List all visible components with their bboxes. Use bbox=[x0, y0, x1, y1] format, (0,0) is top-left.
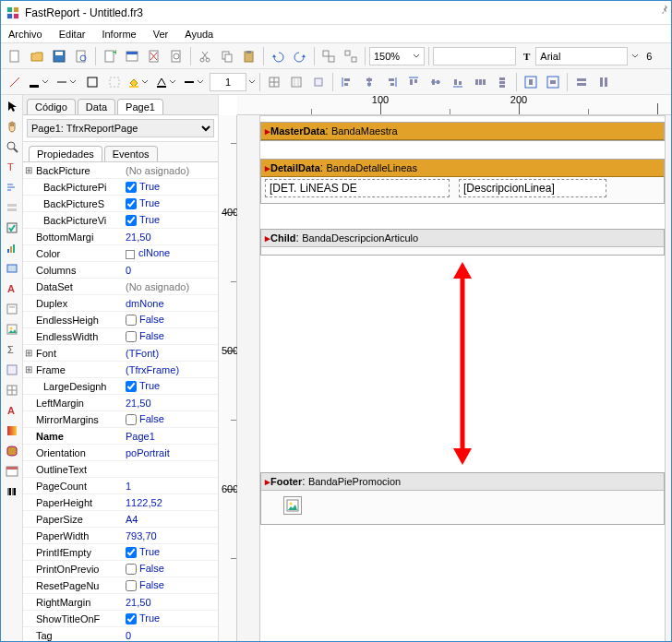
object-select[interactable]: Page1: TfrxReportPage bbox=[27, 119, 214, 137]
style-combo[interactable] bbox=[433, 47, 516, 65]
line-style-button[interactable] bbox=[54, 72, 80, 92]
zoom-tool[interactable] bbox=[3, 137, 21, 156]
prop-row[interactable]: PrintOnPrevioFalse bbox=[23, 561, 218, 577]
prop-row[interactable]: ShowTitleOnFTrue bbox=[23, 611, 218, 627]
prop-row[interactable]: LeftMargin21,50 bbox=[23, 395, 218, 411]
open-button[interactable] bbox=[27, 46, 47, 66]
hand-tool[interactable] bbox=[3, 117, 21, 136]
db-tool[interactable] bbox=[3, 442, 21, 460]
grid-btn1[interactable] bbox=[264, 72, 284, 92]
prop-row[interactable]: ColorclNone bbox=[23, 245, 218, 262]
report-page[interactable]: ▸MasterData: BandaMaestra ▸DetailData: B… bbox=[259, 115, 666, 641]
copy-button[interactable] bbox=[217, 46, 237, 66]
new-dialog-button[interactable] bbox=[122, 46, 142, 66]
prop-row[interactable]: MirrorMarginsFalse bbox=[23, 411, 218, 428]
align-right-button[interactable] bbox=[381, 72, 402, 92]
prop-row[interactable]: BackPicturePiTrue bbox=[23, 179, 218, 196]
prop-row[interactable]: NamePage1 bbox=[23, 428, 218, 445]
cut-button[interactable] bbox=[195, 46, 215, 66]
space-h-button[interactable] bbox=[470, 72, 490, 92]
band-detaildata[interactable]: ▸DetailData: BandaDetalleLineas [DET. Li… bbox=[260, 159, 665, 204]
prop-row[interactable]: BottomMargi21,50 bbox=[23, 229, 218, 245]
paste-button[interactable] bbox=[239, 46, 259, 66]
center-v-button[interactable] bbox=[543, 72, 563, 92]
center-h-button[interactable] bbox=[521, 72, 541, 92]
prop-row[interactable]: BackPictureViTrue bbox=[23, 212, 218, 229]
richtext2-tool[interactable]: A bbox=[3, 401, 21, 420]
chart-tool[interactable] bbox=[3, 239, 21, 257]
prop-row[interactable]: PaperHeight1122,52 bbox=[23, 494, 218, 511]
menu-informe[interactable]: Informe bbox=[98, 27, 139, 42]
prop-row[interactable]: ResetPageNuFalse bbox=[23, 577, 218, 594]
picture-tool[interactable] bbox=[3, 320, 21, 339]
preview-button[interactable] bbox=[71, 46, 91, 66]
band-tool[interactable] bbox=[3, 198, 21, 217]
prop-row[interactable]: PaperWidth793,70 bbox=[23, 528, 218, 544]
tab-page1[interactable]: Page1 bbox=[117, 99, 163, 114]
prop-row[interactable]: EndlessWidthFalse bbox=[23, 328, 218, 345]
border-none-button[interactable] bbox=[104, 72, 125, 92]
select-tool[interactable] bbox=[3, 97, 21, 115]
ungroup-button[interactable] bbox=[341, 46, 361, 66]
redo-button[interactable] bbox=[290, 46, 310, 66]
prop-row[interactable]: ⊞Frame(TfrxFrame) bbox=[23, 362, 218, 378]
band-child[interactable]: ▸Child: BandaDescripcionArticulo bbox=[260, 229, 665, 256]
ole-tool[interactable] bbox=[3, 361, 21, 379]
prop-row[interactable]: PrintIfEmptyTrue bbox=[23, 544, 218, 561]
grid-btn2[interactable] bbox=[286, 72, 306, 92]
tab-eventos[interactable]: Eventos bbox=[104, 146, 158, 161]
prop-row[interactable]: RightMargin21,50 bbox=[23, 594, 218, 611]
prop-row[interactable]: DuplexdmNone bbox=[23, 295, 218, 312]
align-hcenter-button[interactable] bbox=[359, 72, 379, 92]
menu-archivo[interactable]: Archivo bbox=[5, 27, 46, 42]
band-masterdata[interactable]: ▸MasterData: BandaMaestra bbox=[260, 122, 665, 141]
frame-style-button[interactable] bbox=[182, 72, 208, 92]
font-name-combo[interactable]: Arial bbox=[535, 47, 628, 65]
menu-ayuda[interactable]: Ayuda bbox=[181, 27, 217, 42]
undo-button[interactable] bbox=[268, 46, 288, 66]
prop-row[interactable]: ⊞Font(TFont) bbox=[23, 345, 218, 362]
text-tool[interactable]: T bbox=[3, 158, 21, 176]
prop-row[interactable]: Columns0 bbox=[23, 262, 218, 279]
prop-row[interactable]: OutlineText bbox=[23, 461, 218, 478]
prop-row[interactable]: LargeDesignhTrue bbox=[23, 378, 218, 395]
same-width-button[interactable] bbox=[571, 72, 592, 92]
design-canvas[interactable]: ▸MasterData: BandaMaestra ▸DetailData: B… bbox=[237, 115, 671, 641]
menu-editar[interactable]: Editar bbox=[55, 27, 90, 42]
delete-page-button[interactable] bbox=[144, 46, 164, 66]
prop-row[interactable]: OrientationpoPortrait bbox=[23, 445, 218, 461]
richtext-tool[interactable]: A bbox=[3, 279, 21, 298]
align-left-button[interactable] bbox=[337, 72, 357, 92]
gradient-tool[interactable] bbox=[3, 422, 21, 440]
prop-row[interactable]: Tag0 bbox=[23, 627, 218, 641]
tab-propiedades[interactable]: Propiedades bbox=[29, 146, 102, 161]
prop-row[interactable]: PaperSizeA4 bbox=[23, 511, 218, 528]
field-descripcionlinea[interactable]: [DescripcionLinea] bbox=[459, 179, 606, 197]
no-line-button[interactable] bbox=[5, 72, 25, 92]
group-button[interactable] bbox=[318, 46, 339, 66]
align-bottom-button[interactable] bbox=[448, 72, 468, 92]
align-top-button[interactable] bbox=[403, 72, 424, 92]
line-color-button[interactable] bbox=[27, 72, 53, 92]
prop-row[interactable]: DataSet(No asignado) bbox=[23, 279, 218, 295]
grid-btn3[interactable] bbox=[308, 72, 329, 92]
align-vcenter-button[interactable] bbox=[426, 72, 446, 92]
band-footer[interactable]: ▸Footer: BandaPiePromocion bbox=[260, 472, 665, 525]
format-tool[interactable] bbox=[3, 178, 21, 196]
same-height-button[interactable] bbox=[594, 72, 614, 92]
frame-color-button[interactable] bbox=[154, 72, 180, 92]
zoom-combo[interactable]: 150% bbox=[369, 47, 425, 65]
barcode-tool[interactable] bbox=[3, 482, 21, 501]
subreport-tool[interactable] bbox=[3, 300, 21, 318]
tab-data[interactable]: Data bbox=[78, 99, 115, 114]
border-all-button[interactable] bbox=[82, 72, 102, 92]
picture-object[interactable] bbox=[283, 496, 302, 515]
menu-ver[interactable]: Ver bbox=[150, 27, 173, 42]
new-page-button[interactable]: + bbox=[100, 46, 120, 66]
prop-row[interactable]: ⊞BackPicture(No asignado) bbox=[23, 162, 218, 179]
field-det-lineas[interactable]: [DET. LiNEAS DE bbox=[265, 179, 450, 197]
sum-tool[interactable]: Σ bbox=[3, 340, 21, 359]
dialog-tool[interactable] bbox=[3, 462, 21, 481]
frame-width-spin[interactable]: 1 bbox=[210, 73, 246, 91]
property-grid[interactable]: ⊞BackPicture(No asignado)BackPicturePiTr… bbox=[23, 162, 218, 641]
